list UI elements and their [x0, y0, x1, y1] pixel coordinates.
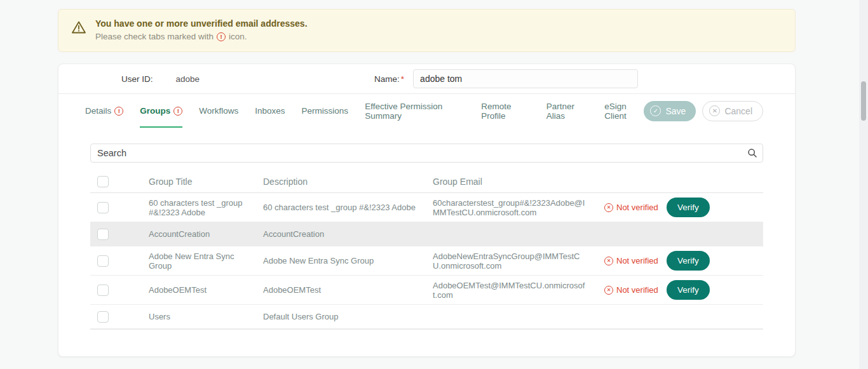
group-title: Adobe New Entra Sync Group	[149, 247, 263, 275]
group-title: AdobeOEMTest	[149, 281, 263, 299]
alert-icon: !	[173, 107, 182, 116]
row-checkbox[interactable]	[97, 311, 109, 323]
tab-partner-alias[interactable]: Partner Alias	[546, 94, 588, 128]
name-label: Name:*	[374, 74, 404, 84]
search-input[interactable]	[90, 144, 763, 163]
column-header-status	[604, 177, 667, 186]
warning-text: You have one or more unverified email ad…	[95, 18, 308, 41]
group-email: AdobeNewEntraSyncGroup@IMMTestCU.onmicro…	[433, 247, 604, 275]
tabs-row: Details! Groups! Workflows Inboxes Permi…	[58, 94, 795, 128]
not-verified-icon: ✕	[604, 286, 613, 295]
row-checkbox[interactable]	[97, 255, 109, 267]
close-icon: ✕	[709, 105, 720, 116]
alert-icon: !	[114, 107, 123, 116]
group-title: 60 characters test _group #&!2323 Adobe	[149, 194, 263, 222]
row-checkbox[interactable]	[97, 229, 109, 240]
search-icon	[747, 148, 757, 158]
tab-inboxes[interactable]: Inboxes	[255, 94, 285, 128]
warning-title: You have one or more unverified email ad…	[95, 18, 308, 29]
warning-triangle-icon	[71, 20, 86, 34]
table-row: Users Default Users Group	[90, 305, 763, 329]
select-all-checkbox[interactable]	[97, 176, 109, 187]
warning-subtitle: Please check tabs marked with ! icon.	[95, 32, 308, 41]
group-description: Adobe New Entra Sync Group	[263, 252, 433, 270]
tab-permissions[interactable]: Permissions	[302, 94, 349, 128]
table-row: 60 characters test _group #&!2323 Adobe …	[90, 193, 763, 222]
group-description: AccountCreation	[263, 225, 433, 243]
tab-details[interactable]: Details!	[85, 94, 123, 128]
tab-remote-profile[interactable]: Remote Profile	[481, 94, 529, 128]
scrollbar-track[interactable]	[859, 0, 868, 369]
verify-button[interactable]: Verify	[667, 198, 710, 217]
status-badge: ✕ Not verified	[604, 256, 667, 265]
group-description: Default Users Group	[263, 307, 433, 326]
alert-icon: !	[217, 32, 226, 41]
column-header-actions	[667, 177, 763, 186]
tab-workflows[interactable]: Workflows	[199, 94, 238, 128]
table-row: Adobe New Entra Sync Group Adobe New Ent…	[90, 246, 763, 276]
tab-groups[interactable]: Groups!	[140, 94, 182, 128]
action-buttons: ✓ Save ✕ Cancel	[644, 101, 763, 121]
row-checkbox[interactable]	[97, 285, 109, 296]
save-button[interactable]: ✓ Save	[644, 101, 696, 121]
group-description: 60 characters test _group #&!2323 Adobe	[263, 198, 433, 217]
status-badge: ✕ Not verified	[604, 285, 667, 295]
required-asterisk: *	[401, 74, 404, 84]
select-all-column	[90, 171, 149, 192]
tab-esign-client[interactable]: eSign Client	[604, 94, 644, 128]
column-header-group-email: Group Email	[433, 172, 604, 191]
group-title: AccountCreation	[149, 225, 263, 243]
group-email	[433, 230, 604, 239]
group-email: AdobeOEMTest@IMMTestCU.onmicrosoft.com	[433, 276, 604, 304]
verify-button[interactable]: Verify	[667, 280, 710, 300]
table-row: AdobeOEMTest AdobeOEMTest AdobeOEMTest@I…	[90, 276, 763, 305]
table-header-row: Group Title Description Group Email	[90, 170, 763, 193]
warning-subtitle-prefix: Please check tabs marked with	[95, 32, 214, 41]
scrollbar-thumb[interactable]	[861, 81, 866, 121]
tab-bar: Details! Groups! Workflows Inboxes Permi…	[85, 94, 644, 128]
group-description: AdobeOEMTest	[263, 281, 433, 299]
not-verified-icon: ✕	[604, 257, 613, 265]
table-row: AccountCreation AccountCreation	[90, 222, 763, 246]
check-icon: ✓	[650, 105, 661, 116]
user-detail-card: User ID: adobe Name:* Details! Groups! W…	[58, 64, 796, 357]
warning-subtitle-suffix: icon.	[229, 32, 247, 41]
user-id-value: adobe	[176, 74, 200, 84]
status-badge: ✕ Not verified	[604, 203, 667, 212]
group-email: 60characterstest_group#&!2323Adobe@IMMTe…	[433, 194, 604, 222]
warning-banner: You have one or more unverified email ad…	[58, 9, 796, 52]
tab-effective-permission-summary[interactable]: Effective Permission Summary	[365, 94, 465, 128]
name-input[interactable]	[413, 69, 638, 88]
groups-table: Group Title Description Group Email 60 c…	[90, 170, 763, 330]
user-header-row: User ID: adobe Name:*	[58, 64, 795, 94]
search-bar	[90, 144, 763, 163]
cancel-button[interactable]: ✕ Cancel	[702, 101, 763, 121]
group-title: Users	[149, 307, 263, 326]
group-email	[433, 312, 604, 321]
not-verified-icon: ✕	[604, 203, 613, 212]
column-header-description: Description	[263, 172, 433, 191]
user-id-label: User ID:	[121, 74, 153, 84]
page: You have one or more unverified email ad…	[58, 9, 796, 357]
row-checkbox[interactable]	[97, 202, 109, 213]
verify-button[interactable]: Verify	[667, 251, 710, 271]
column-header-group-title: Group Title	[149, 172, 263, 191]
